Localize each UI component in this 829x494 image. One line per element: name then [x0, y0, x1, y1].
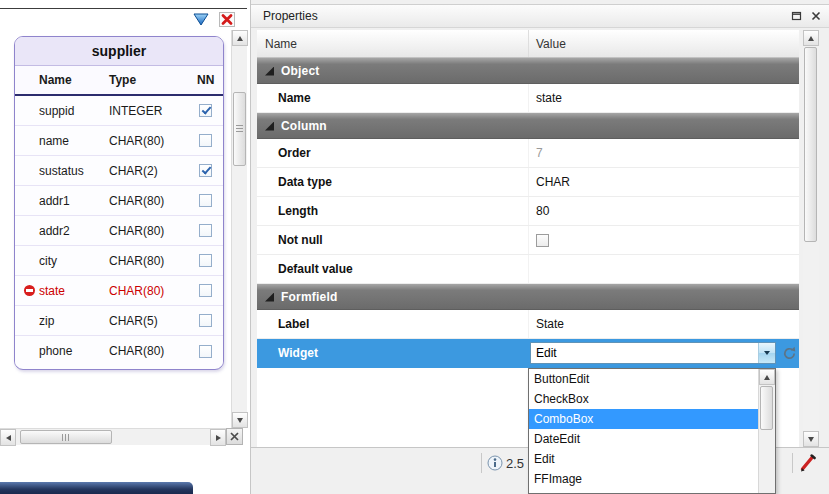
- property-name: Name: [257, 84, 529, 112]
- dropdown-item[interactable]: FFLabel: [529, 489, 758, 493]
- column-name: zip: [39, 314, 109, 328]
- canvas-vertical-scrollbar[interactable]: [231, 30, 247, 428]
- property-value[interactable]: [529, 255, 799, 283]
- nn-checkbox[interactable]: [199, 345, 212, 358]
- table-row[interactable]: nameCHAR(80): [15, 126, 223, 156]
- combobox-dropdown-button[interactable]: [758, 343, 775, 363]
- scroll-up-button[interactable]: [232, 30, 248, 46]
- property-value[interactable]: CHAR: [529, 168, 799, 196]
- float-window-icon[interactable]: [791, 11, 802, 21]
- table-row[interactable]: phoneCHAR(80): [15, 336, 223, 366]
- scroll-up-button[interactable]: [759, 369, 775, 385]
- group-header-formfield[interactable]: Formfield: [257, 284, 799, 310]
- dropdown-item[interactable]: FFImage: [529, 469, 758, 489]
- nn-checkbox[interactable]: [199, 314, 212, 327]
- column-type: CHAR(80): [109, 284, 191, 298]
- grid-header-value: Value: [529, 37, 566, 51]
- header-name: Name: [39, 73, 109, 87]
- property-value[interactable]: State: [529, 310, 799, 338]
- property-value[interactable]: 80: [529, 197, 799, 225]
- close-diagram-icon[interactable]: [219, 12, 235, 27]
- property-value[interactable]: Edit: [529, 339, 799, 367]
- column-type: CHAR(2): [109, 164, 191, 178]
- property-row-widget[interactable]: WidgetEdit: [257, 339, 799, 368]
- property-value[interactable]: state: [529, 84, 799, 112]
- scroll-down-button[interactable]: [803, 431, 819, 447]
- table-row[interactable]: cityCHAR(80): [15, 246, 223, 276]
- chevron-down-icon: [764, 351, 770, 355]
- dropdown-item[interactable]: ComboBox: [529, 409, 758, 429]
- pen-tool-icon[interactable]: [797, 452, 819, 474]
- table-row[interactable]: addr2CHAR(80): [15, 216, 223, 246]
- property-row-order[interactable]: Order7: [257, 139, 799, 168]
- property-row-label[interactable]: LabelState: [257, 310, 799, 339]
- nn-checkbox[interactable]: [199, 134, 212, 147]
- dropdown-item[interactable]: DateEdit: [529, 429, 758, 449]
- grid-header-name: Name: [257, 30, 529, 57]
- separator: [792, 453, 793, 473]
- diagram-canvas[interactable]: supplier Name Type NN suppidINTEGERnameC…: [0, 30, 231, 428]
- scrollbar-thumb[interactable]: [20, 430, 112, 444]
- table-row[interactable]: zipCHAR(5): [15, 306, 223, 336]
- nn-checkbox[interactable]: [199, 164, 212, 177]
- scrollbar-thumb[interactable]: [804, 47, 817, 242]
- reset-icon[interactable]: [781, 345, 798, 362]
- property-row-default-value[interactable]: Default value: [257, 255, 799, 284]
- zoom-level: 2.5: [506, 456, 524, 471]
- table-row[interactable]: addr1CHAR(80): [15, 186, 223, 216]
- dropdown-item[interactable]: ButtonEdit: [529, 369, 758, 389]
- scrollbar-thumb[interactable]: [233, 92, 246, 166]
- property-name: Default value: [257, 255, 529, 283]
- error-slot: [19, 285, 39, 296]
- group-header-column[interactable]: Column: [257, 113, 799, 139]
- group-label: Object: [281, 64, 320, 78]
- arrow-down-icon: [808, 437, 814, 442]
- dropdown-item[interactable]: CheckBox: [529, 389, 758, 409]
- scrollbar-thumb[interactable]: [760, 386, 773, 430]
- property-row-name[interactable]: Namestate: [257, 84, 799, 113]
- nn-checkbox[interactable]: [199, 284, 212, 297]
- canvas-horizontal-scrollbar[interactable]: [0, 428, 226, 445]
- group-label: Column: [281, 119, 327, 133]
- validate-triangle-icon[interactable]: [192, 12, 210, 27]
- close-properties-icon[interactable]: [811, 11, 821, 21]
- property-value[interactable]: [529, 226, 799, 254]
- property-row-length[interactable]: Length80: [257, 197, 799, 226]
- table-row[interactable]: stateCHAR(80): [15, 276, 223, 306]
- table-card-supplier[interactable]: supplier Name Type NN suppidINTEGERnameC…: [14, 36, 224, 370]
- nn-checkbox[interactable]: [199, 104, 212, 117]
- widget-dropdown-list: ButtonEditCheckBoxComboBoxDateEditEditFF…: [529, 369, 758, 493]
- property-name: Order: [257, 139, 529, 167]
- scroll-up-button[interactable]: [803, 30, 819, 46]
- table-title: supplier: [15, 37, 223, 66]
- nn-checkbox[interactable]: [199, 224, 212, 237]
- property-name: Not null: [257, 226, 529, 254]
- properties-titlebar[interactable]: Properties: [251, 4, 829, 28]
- column-type: CHAR(5): [109, 314, 191, 328]
- scroll-down-button[interactable]: [232, 412, 248, 428]
- widget-combobox[interactable]: Edit: [530, 342, 776, 364]
- dropdown-scrollbar[interactable]: [758, 369, 775, 493]
- separator: [481, 453, 482, 473]
- group-header-object[interactable]: Object: [257, 58, 799, 84]
- property-row-data-type[interactable]: Data typeCHAR: [257, 168, 799, 197]
- table-row[interactable]: sustatusCHAR(2): [15, 156, 223, 186]
- grip-icon: [62, 434, 70, 441]
- arrow-down-icon: [237, 418, 243, 423]
- column-name: city: [39, 254, 109, 268]
- dropdown-item[interactable]: Edit: [529, 449, 758, 469]
- notnull-checkbox[interactable]: [536, 234, 549, 247]
- property-value[interactable]: 7: [529, 139, 799, 167]
- scroll-left-button[interactable]: [0, 429, 16, 446]
- properties-scrollbar[interactable]: [803, 30, 819, 447]
- taskbar-strip: [0, 482, 193, 494]
- collapse-arrow-icon: [265, 67, 274, 76]
- property-row-not-null[interactable]: Not null: [257, 226, 799, 255]
- scroll-right-button[interactable]: [210, 429, 226, 446]
- table-row[interactable]: suppidINTEGER: [15, 96, 223, 126]
- column-name: name: [39, 134, 109, 148]
- property-name: Length: [257, 197, 529, 225]
- close-panel-button[interactable]: [226, 428, 243, 445]
- nn-checkbox[interactable]: [199, 254, 212, 267]
- nn-checkbox[interactable]: [199, 194, 212, 207]
